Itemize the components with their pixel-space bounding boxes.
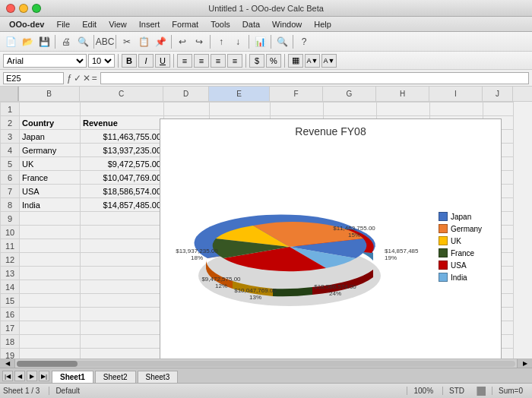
print-preview-icon[interactable]: 🔍: [75, 34, 90, 49]
cell-c14[interactable]: [81, 280, 164, 294]
col-header-g[interactable]: G: [323, 87, 376, 101]
scroll-left-btn[interactable]: ◀: [0, 359, 15, 368]
cell-b9[interactable]: [20, 212, 81, 226]
cell-reference-box[interactable]: E25: [3, 72, 64, 84]
col-header-e[interactable]: E: [209, 87, 270, 101]
app-name[interactable]: OOo-dev: [3, 17, 50, 31]
italic-button[interactable]: I: [138, 54, 154, 68]
chart-icon[interactable]: 📊: [252, 34, 268, 49]
cell-g1[interactable]: [324, 103, 377, 116]
cell-c3[interactable]: $11,463,755.00: [81, 130, 164, 144]
cell-c13[interactable]: [81, 267, 164, 280]
cell-c15[interactable]: [81, 294, 164, 308]
font-color-button[interactable]: A▼: [321, 54, 337, 68]
cell-b17[interactable]: [20, 321, 81, 335]
sheet-tab-2[interactable]: Sheet2: [95, 371, 136, 383]
cell-f1[interactable]: [271, 103, 324, 116]
help-icon[interactable]: ?: [296, 34, 312, 49]
cell-b8[interactable]: India: [20, 198, 81, 212]
new-icon[interactable]: 📄: [3, 34, 18, 49]
menu-data[interactable]: Data: [236, 17, 266, 31]
border-button[interactable]: ▦: [288, 54, 303, 68]
save-icon[interactable]: 💾: [36, 34, 52, 49]
formula-input[interactable]: [100, 72, 529, 84]
cell-b11[interactable]: [20, 239, 81, 253]
sheet-tab-3[interactable]: Sheet3: [138, 371, 179, 383]
sort-asc-icon[interactable]: ↑: [214, 34, 229, 49]
cell-c1[interactable]: [81, 103, 164, 116]
cell-d1[interactable]: [164, 103, 210, 116]
scroll-right-btn[interactable]: ▶: [517, 359, 532, 368]
cell-b5[interactable]: UK: [20, 157, 81, 171]
cell-b16[interactable]: [20, 308, 81, 321]
cell-b2[interactable]: Country: [20, 116, 81, 130]
col-header-j[interactable]: J: [483, 87, 513, 101]
cell-b4[interactable]: Germany: [20, 144, 81, 157]
menu-edit[interactable]: Edit: [76, 17, 103, 31]
cell-i1[interactable]: [430, 103, 483, 116]
cell-b13[interactable]: [20, 267, 81, 280]
h-scrollbar[interactable]: ◀ ▶: [0, 359, 532, 368]
cell-c16[interactable]: [81, 308, 164, 321]
cell-b19[interactable]: [20, 349, 81, 359]
maximize-button[interactable]: [32, 4, 41, 13]
cell-c19[interactable]: [81, 349, 164, 359]
cell-c12[interactable]: [81, 253, 164, 267]
cell-c6[interactable]: $10,047,769.00: [81, 171, 164, 185]
sort-desc-icon[interactable]: ↓: [230, 34, 245, 49]
cell-h1[interactable]: [377, 103, 430, 116]
menu-tools[interactable]: Tools: [204, 17, 236, 31]
last-sheet-btn[interactable]: ▶|: [39, 371, 49, 381]
spell-icon[interactable]: ABC: [97, 34, 112, 49]
formula-equals-icon[interactable]: =: [92, 73, 97, 84]
undo-icon[interactable]: ↩: [175, 34, 190, 49]
cell-c2[interactable]: Revenue: [81, 116, 164, 130]
print-icon[interactable]: 🖨: [59, 34, 74, 49]
currency-button[interactable]: $: [249, 54, 264, 68]
cell-c17[interactable]: [81, 321, 164, 335]
prev-sheet-btn[interactable]: ◀: [14, 371, 25, 381]
menu-view[interactable]: View: [103, 17, 133, 31]
cell-b10[interactable]: [20, 226, 81, 239]
cell-b15[interactable]: [20, 294, 81, 308]
table-row[interactable]: 1: [1, 103, 514, 116]
paste-icon[interactable]: 📌: [153, 34, 168, 49]
percent-button[interactable]: %: [266, 54, 281, 68]
cell-c7[interactable]: $18,586,574.00: [81, 185, 164, 198]
cell-b3[interactable]: Japan: [20, 130, 81, 144]
align-center-button[interactable]: ≡: [194, 54, 209, 68]
bold-button[interactable]: B: [122, 54, 137, 68]
menu-file[interactable]: File: [50, 17, 76, 31]
align-left-button[interactable]: ≡: [177, 54, 192, 68]
align-right-button[interactable]: ≡: [211, 54, 226, 68]
find-icon[interactable]: 🔍: [274, 34, 290, 49]
cell-j1[interactable]: [483, 103, 514, 116]
close-button[interactable]: [6, 4, 15, 13]
h-scroll-thumb[interactable]: [17, 361, 78, 367]
underline-button[interactable]: U: [155, 54, 170, 68]
menu-insert[interactable]: Insert: [133, 17, 166, 31]
bg-color-button[interactable]: A▼: [305, 54, 320, 68]
cut-icon[interactable]: ✂: [119, 34, 135, 49]
cell-b6[interactable]: France: [20, 171, 81, 185]
open-icon[interactable]: 📂: [20, 34, 35, 49]
menu-window[interactable]: Window: [266, 17, 308, 31]
col-header-d[interactable]: D: [163, 87, 209, 101]
copy-icon[interactable]: 📋: [136, 34, 151, 49]
col-header-h[interactable]: H: [376, 87, 429, 101]
cell-b7[interactable]: USA: [20, 185, 81, 198]
cell-c5[interactable]: $9,472,575.00: [81, 157, 164, 171]
cell-b14[interactable]: [20, 280, 81, 294]
font-select[interactable]: Arial: [3, 54, 87, 68]
cell-c9[interactable]: [81, 212, 164, 226]
cell-b18[interactable]: [20, 335, 81, 349]
cell-b1[interactable]: [20, 103, 81, 116]
col-header-i[interactable]: I: [429, 87, 483, 101]
cell-c4[interactable]: $13,937,235.00: [81, 144, 164, 157]
first-sheet-btn[interactable]: |◀: [2, 371, 13, 381]
minimize-button[interactable]: [19, 4, 28, 13]
col-header-c[interactable]: C: [80, 87, 163, 101]
formula-checkmark-icon[interactable]: ✓: [74, 73, 81, 84]
align-justify-button[interactable]: ≡: [227, 54, 242, 68]
cell-b12[interactable]: [20, 253, 81, 267]
